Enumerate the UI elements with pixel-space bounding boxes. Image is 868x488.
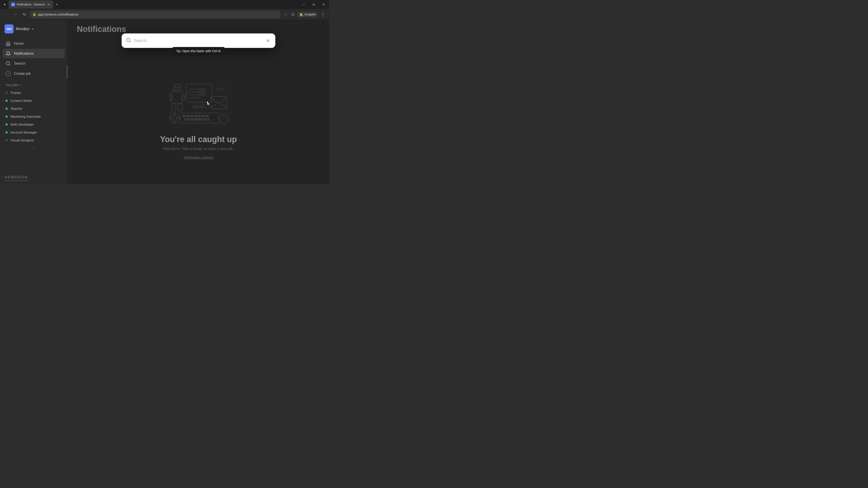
browser-titlebar: ▼ H Notifications · Homerun ✕ + ─ ⧉ ✕ bbox=[0, 0, 329, 9]
homerun-logo: HOMERUN bbox=[4, 175, 28, 181]
svg-point-47 bbox=[127, 38, 130, 41]
incognito-icon: 🕵 bbox=[299, 13, 303, 16]
svg-line-48 bbox=[129, 41, 130, 42]
sidebar-item-create-job[interactable]: + Create job bbox=[3, 69, 65, 78]
active-tab[interactable]: H Notifications · Homerun ✕ bbox=[8, 0, 53, 8]
more-options-button[interactable]: ⋮ bbox=[319, 10, 327, 19]
sidebar: MM Moodjoy ▾ Home bbox=[0, 20, 68, 184]
tab-bar: ▼ H Notifications · Homerun ✕ + bbox=[2, 0, 60, 8]
svg-line-3 bbox=[9, 64, 10, 65]
create-job-label: Create job bbox=[14, 72, 31, 76]
job-status-dot-account-manager bbox=[5, 131, 8, 133]
search-icon bbox=[126, 38, 131, 44]
search-keyboard-shortcut-tooltip: Tip: Open this faster with Ctrl+K bbox=[172, 47, 225, 55]
job-item-content-writer[interactable]: Content Writer bbox=[3, 97, 65, 104]
bookmark-button[interactable]: ☆ bbox=[283, 11, 289, 18]
tab-favicon: H bbox=[11, 3, 15, 6]
main-content: Notifications bbox=[68, 20, 329, 184]
search-label: Search bbox=[14, 61, 26, 66]
sidebar-item-notifications[interactable]: Notifications bbox=[3, 49, 65, 58]
job-label-trainer: Trainer bbox=[10, 91, 21, 95]
job-status-dot-visual-designer bbox=[5, 139, 8, 141]
incognito-label: Incognito bbox=[305, 13, 315, 16]
job-item-trainer[interactable]: Trainer bbox=[3, 89, 65, 96]
job-label-marketing-associate: Marketing Associate bbox=[10, 115, 41, 119]
restore-button[interactable]: ⧉ bbox=[310, 1, 317, 8]
job-item-web-developer[interactable]: Web Developer bbox=[3, 121, 65, 128]
reload-button[interactable]: ↻ bbox=[21, 11, 28, 18]
job-item-teacher[interactable]: Teacher bbox=[3, 105, 65, 112]
sidebar-item-search[interactable]: Search bbox=[3, 59, 65, 68]
url-text: app.homerun.co/notifications bbox=[38, 13, 278, 16]
jobs-section-header[interactable]: Your jobs ▾ bbox=[0, 80, 68, 88]
avatar: MM bbox=[4, 24, 13, 33]
back-button[interactable]: ← bbox=[3, 11, 10, 18]
svg-text:H: H bbox=[12, 4, 14, 6]
svg-point-2 bbox=[6, 62, 10, 65]
job-status-dot-web-developer bbox=[5, 123, 8, 126]
org-name: Moodjoy bbox=[16, 27, 29, 31]
search-modal: ✕ bbox=[122, 33, 275, 48]
forward-button[interactable]: → bbox=[12, 11, 19, 18]
search-input[interactable] bbox=[134, 38, 262, 43]
jobs-list: Trainer Content Writer Teacher Marketing… bbox=[0, 88, 68, 145]
job-label-visual-designer: Visual Designer bbox=[10, 138, 34, 142]
job-item-marketing-associate[interactable]: Marketing Associate bbox=[3, 113, 65, 120]
browser-toolbar: ← → ↻ 🔒 app.homerun.co/notifications ☆ ⊡… bbox=[0, 9, 329, 20]
job-status-dot-content-writer bbox=[5, 100, 8, 102]
secure-icon: 🔒 bbox=[33, 13, 36, 16]
tab-title: Notifications · Homerun bbox=[17, 3, 45, 6]
job-label-teacher: Teacher bbox=[10, 107, 22, 110]
sidebar-scroll-indicator bbox=[67, 65, 68, 78]
toolbar-actions: ☆ ⊡ 🕵 Incognito ⋮ bbox=[283, 10, 327, 19]
close-window-button[interactable]: ✕ bbox=[320, 1, 327, 8]
job-status-dot-teacher bbox=[5, 107, 8, 110]
sidebar-footer: HOMERUN bbox=[0, 172, 68, 184]
search-close-button[interactable]: ✕ bbox=[265, 37, 271, 44]
search-input-container: ✕ bbox=[122, 33, 275, 48]
job-item-visual-designer[interactable]: Visual Designer bbox=[3, 136, 65, 144]
tab-close-button[interactable]: ✕ bbox=[47, 2, 51, 7]
sidebar-header[interactable]: MM Moodjoy ▾ bbox=[0, 20, 68, 37]
create-job-icon: + bbox=[5, 71, 11, 76]
notifications-icon bbox=[5, 51, 11, 56]
app-container: MM Moodjoy ▾ Home bbox=[0, 20, 329, 184]
notifications-label: Notifications bbox=[14, 52, 34, 56]
search-nav-icon bbox=[5, 61, 11, 66]
job-status-dot-marketing-associate bbox=[5, 116, 8, 118]
sidebar-split-button[interactable]: ⊡ bbox=[290, 11, 296, 18]
org-dropdown-arrow: ▾ bbox=[32, 27, 33, 31]
address-bar[interactable]: 🔒 app.homerun.co/notifications bbox=[30, 11, 281, 18]
browser-chrome: ▼ H Notifications · Homerun ✕ + ─ ⧉ ✕ ← … bbox=[0, 0, 329, 20]
jobs-section-arrow: ▾ bbox=[20, 84, 21, 87]
incognito-badge[interactable]: 🕵 Incognito bbox=[297, 12, 318, 17]
job-item-account-manager[interactable]: Account Manager bbox=[3, 129, 65, 136]
scroll-down-indicator: ▾ bbox=[33, 147, 35, 150]
minimize-button[interactable]: ─ bbox=[300, 1, 307, 8]
job-label-content-writer: Content Writer bbox=[10, 99, 32, 103]
sidebar-item-home[interactable]: Home bbox=[3, 39, 65, 48]
home-label: Home bbox=[14, 41, 24, 46]
job-label-account-manager: Account Manager bbox=[10, 130, 37, 134]
home-icon bbox=[5, 41, 11, 46]
sidebar-nav: Home Notifications Sea bbox=[0, 37, 68, 80]
tab-dropdown-button[interactable]: ▼ bbox=[2, 2, 8, 7]
jobs-section-title: Your jobs bbox=[5, 83, 19, 87]
new-tab-button[interactable]: + bbox=[54, 1, 60, 8]
job-status-dot-trainer bbox=[5, 92, 8, 94]
job-label-web-developer: Web Developer bbox=[10, 123, 34, 126]
